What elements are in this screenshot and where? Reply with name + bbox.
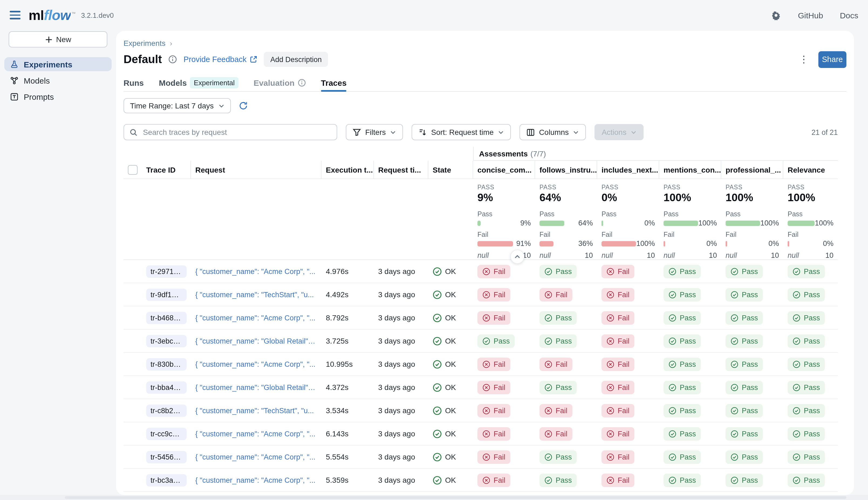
- tab-models[interactable]: Models Experimental: [159, 74, 238, 91]
- search-box[interactable]: [124, 124, 337, 140]
- actions-button[interactable]: Actions: [595, 124, 644, 140]
- assessment-chip-pass[interactable]: Pass: [788, 380, 825, 394]
- assessment-chip-pass[interactable]: Pass: [726, 264, 763, 278]
- horizontal-scrollbar[interactable]: [0, 495, 868, 500]
- assessment-chip-pass[interactable]: Pass: [539, 450, 577, 464]
- assessment-chip-fail[interactable]: Fail: [602, 288, 635, 301]
- mlflow-logo[interactable]: mlflow™: [28, 7, 76, 23]
- request-link[interactable]: { "customer_name": "Acme Corp", "...: [195, 476, 316, 484]
- assessment-chip-pass[interactable]: Pass: [539, 264, 577, 278]
- column-header-state[interactable]: State: [429, 161, 473, 179]
- request-link[interactable]: { "customer_name": "Acme Corp", "...: [195, 360, 316, 368]
- assessment-chip-pass[interactable]: Pass: [477, 334, 515, 348]
- assessment-chip-pass[interactable]: Pass: [664, 357, 701, 371]
- assessment-chip-fail[interactable]: Fail: [602, 357, 635, 371]
- assessment-chip-pass[interactable]: Pass: [664, 334, 701, 348]
- column-header-trace-id[interactable]: Trace ID: [142, 161, 191, 179]
- trace-id-link[interactable]: tr-cc9ce3...: [146, 428, 187, 440]
- request-link[interactable]: { "customer_name": "Acme Corp", "...: [195, 314, 316, 322]
- tab-runs[interactable]: Runs: [124, 74, 144, 91]
- columns-button[interactable]: Columns: [519, 124, 586, 140]
- assessment-chip-pass[interactable]: Pass: [726, 404, 763, 417]
- hamburger-menu-icon[interactable]: [10, 11, 21, 20]
- assessment-chip-pass[interactable]: Pass: [664, 311, 701, 325]
- kebab-menu-icon[interactable]: ⋮: [796, 52, 812, 66]
- column-header-assessment[interactable]: Relevance: [783, 161, 838, 179]
- assessment-chip-fail[interactable]: Fail: [602, 311, 635, 325]
- assessment-chip-pass[interactable]: Pass: [788, 427, 825, 440]
- assessment-chip-pass[interactable]: Pass: [788, 404, 825, 417]
- assessment-chip-fail[interactable]: Fail: [477, 357, 510, 371]
- assessment-chip-fail[interactable]: Fail: [602, 427, 635, 440]
- settings-gear-icon[interactable]: [771, 10, 781, 20]
- assessment-chip-fail[interactable]: Fail: [602, 473, 635, 487]
- assessment-chip-fail[interactable]: Fail: [539, 288, 572, 301]
- assessment-chip-fail[interactable]: Fail: [602, 264, 635, 278]
- request-link[interactable]: { "customer_name": "TechStart", "u...: [195, 291, 314, 298]
- collapse-summary-button[interactable]: [510, 250, 524, 264]
- scrollbar-thumb[interactable]: [65, 496, 846, 499]
- column-header-request[interactable]: Request: [191, 161, 321, 179]
- new-button[interactable]: New: [9, 31, 107, 47]
- tab-evaluation[interactable]: Evaluation: [253, 74, 306, 91]
- info-icon[interactable]: [168, 55, 177, 64]
- assessment-chip-pass[interactable]: Pass: [726, 380, 763, 394]
- assessment-chip-pass[interactable]: Pass: [539, 311, 577, 325]
- assessment-chip-fail[interactable]: Fail: [539, 357, 572, 371]
- sidebar-item-experiments[interactable]: Experiments: [4, 57, 112, 71]
- assessment-chip-fail[interactable]: Fail: [477, 311, 510, 325]
- assessment-chip-pass[interactable]: Pass: [788, 450, 825, 464]
- assessment-chip-pass[interactable]: Pass: [788, 334, 825, 348]
- assessment-chip-pass[interactable]: Pass: [664, 404, 701, 417]
- assessment-chip-fail[interactable]: Fail: [602, 380, 635, 394]
- trace-id-link[interactable]: tr-2971ea...: [146, 265, 187, 277]
- assessment-chip-fail[interactable]: Fail: [602, 404, 635, 417]
- trace-id-link[interactable]: tr-b468d9...: [146, 311, 187, 324]
- docs-link[interactable]: Docs: [840, 11, 858, 20]
- share-button[interactable]: Share: [818, 51, 846, 68]
- request-link[interactable]: { "customer_name": "Global Retail", ...: [195, 383, 317, 391]
- select-all-checkbox[interactable]: [128, 165, 138, 174]
- assessment-chip-pass[interactable]: Pass: [664, 264, 701, 278]
- add-description-button[interactable]: Add Description: [264, 52, 328, 67]
- assessment-chip-fail[interactable]: Fail: [477, 288, 510, 301]
- request-link[interactable]: { "customer_name": "Acme Corp", "...: [195, 267, 316, 275]
- sort-button[interactable]: Sort: Request time: [412, 124, 511, 140]
- column-header-request-time[interactable]: Request ti...: [374, 161, 429, 179]
- column-header-assessment[interactable]: professional_...: [721, 161, 783, 179]
- assessment-chip-pass[interactable]: Pass: [788, 357, 825, 371]
- assessment-chip-pass[interactable]: Pass: [726, 288, 763, 301]
- assessment-chip-pass[interactable]: Pass: [664, 473, 701, 487]
- sidebar-item-models[interactable]: Models: [4, 73, 112, 87]
- assessment-chip-fail[interactable]: Fail: [477, 264, 510, 278]
- assessment-chip-fail[interactable]: Fail: [477, 380, 510, 394]
- provide-feedback-link[interactable]: Provide Feedback: [183, 55, 257, 64]
- assessment-chip-fail[interactable]: Fail: [477, 404, 510, 417]
- column-header-assessment[interactable]: follows_instru...: [535, 161, 597, 179]
- assessment-chip-pass[interactable]: Pass: [539, 380, 577, 394]
- sidebar-item-prompts[interactable]: Prompts: [4, 90, 112, 104]
- column-header-assessment[interactable]: includes_next...: [597, 161, 659, 179]
- assessment-chip-pass[interactable]: Pass: [788, 311, 825, 325]
- trace-id-link[interactable]: tr-830bbb...: [146, 358, 187, 370]
- assessment-chip-pass[interactable]: Pass: [664, 427, 701, 440]
- assessment-chip-pass[interactable]: Pass: [539, 334, 577, 348]
- tab-traces[interactable]: Traces: [321, 74, 346, 91]
- assessment-chip-pass[interactable]: Pass: [788, 264, 825, 278]
- assessment-chip-pass[interactable]: Pass: [788, 288, 825, 301]
- trace-id-link[interactable]: tr-bc3a88...: [146, 474, 187, 486]
- filters-button[interactable]: Filters: [346, 124, 403, 140]
- request-link[interactable]: { "customer_name": "Acme Corp", "...: [195, 430, 316, 438]
- trace-id-link[interactable]: tr-5456fc...: [146, 451, 187, 463]
- assessment-chip-fail[interactable]: Fail: [477, 427, 510, 440]
- breadcrumb-experiments-link[interactable]: Experiments: [124, 39, 165, 47]
- assessment-chip-pass[interactable]: Pass: [726, 334, 763, 348]
- assessment-chip-pass[interactable]: Pass: [726, 450, 763, 464]
- assessment-chip-pass[interactable]: Pass: [726, 427, 763, 440]
- time-range-select[interactable]: Time Range: Last 7 days: [124, 98, 231, 113]
- assessment-chip-pass[interactable]: Pass: [726, 357, 763, 371]
- assessment-chip-fail[interactable]: Fail: [539, 427, 572, 440]
- column-header-execution-time[interactable]: Execution t...: [321, 161, 374, 179]
- trace-id-link[interactable]: tr-3ebc62...: [146, 335, 187, 347]
- trace-id-link[interactable]: tr-c8b2fcf...: [146, 404, 187, 417]
